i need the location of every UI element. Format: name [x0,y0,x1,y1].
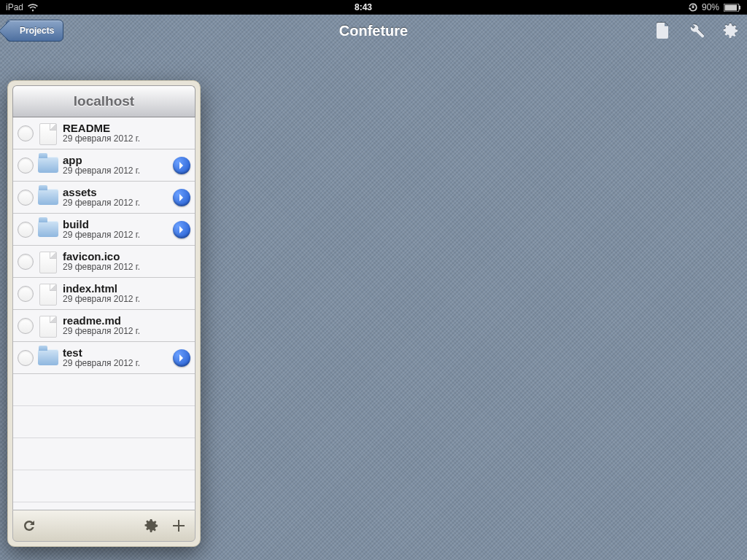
svg-rect-0 [692,6,694,8]
wifi-icon [28,4,38,12]
file-date: 29 февраля 2012 г. [63,359,169,368]
folder-icon [38,348,58,368]
file-name: README [63,122,190,134]
file-date: 29 февраля 2012 г. [63,134,190,144]
wrench-icon [689,23,705,39]
file-text: test29 февраля 2012 г. [63,347,169,368]
file-name: app [63,155,169,166]
file-text: app29 февраля 2012 г. [63,155,169,175]
lock-rotation-icon [689,3,697,12]
file-row[interactable]: build29 февраля 2012 г. [13,214,195,246]
file-name: index.html [63,283,190,295]
file-date: 29 февраля 2012 г. [63,198,169,208]
chevron-right-icon [178,193,185,202]
select-circle[interactable] [18,286,34,302]
file-icon [38,252,58,272]
empty-row [13,438,195,470]
select-circle[interactable] [18,254,34,270]
new-document-button[interactable] [654,21,673,40]
empty-row [13,470,195,502]
select-circle[interactable] [18,125,34,141]
settings-button[interactable] [721,21,740,40]
detail-disclosure-button[interactable] [173,349,190,367]
tools-button[interactable] [687,21,706,40]
add-button[interactable] [170,517,187,534]
device-label: iPad [6,2,23,12]
gear-icon [144,518,158,533]
refresh-button[interactable] [20,517,38,534]
chevron-right-icon [178,161,185,170]
refresh-icon [22,518,36,533]
file-text: readme.md29 февраля 2012 г. [63,315,190,335]
detail-disclosure-button[interactable] [173,157,190,174]
detail-disclosure-button[interactable] [173,189,190,206]
file-browser-popover: localhost README29 февраля 2012 г.app29 … [7,80,201,547]
file-row[interactable]: readme.md29 февраля 2012 г. [13,310,195,342]
file-date: 29 февраля 2012 г. [63,166,169,176]
file-row[interactable]: favicon.ico29 февраля 2012 г. [13,246,195,278]
file-name: test [63,347,169,359]
file-icon [38,123,58,144]
file-date: 29 февраля 2012 г. [63,262,190,272]
chevron-right-icon [178,225,185,234]
plus-icon [171,518,186,533]
document-icon [657,23,670,39]
svg-rect-2 [725,4,738,10]
file-text: index.html29 февраля 2012 г. [63,283,190,303]
svg-rect-3 [739,6,740,9]
folder-icon [38,187,58,208]
popover-title: localhost [12,85,196,117]
file-icon [38,316,58,336]
gear-icon [722,23,738,39]
clock: 8:43 [355,2,372,12]
battery-percent: 90% [702,2,719,12]
file-name: readme.md [63,315,190,327]
file-date: 29 февраля 2012 г. [63,230,169,240]
file-text: README29 февраля 2012 г. [63,122,190,143]
battery-icon [724,4,741,12]
file-date: 29 февраля 2012 г. [63,327,190,336]
file-row[interactable]: assets29 февраля 2012 г. [13,182,195,214]
page-title: Confeture [339,23,408,39]
navbar: Projects Confeture [0,15,747,47]
folder-icon [38,155,58,176]
select-circle[interactable] [18,350,34,366]
file-row[interactable]: index.html29 февраля 2012 г. [13,278,195,310]
select-circle[interactable] [18,318,34,334]
file-row[interactable]: app29 февраля 2012 г. [13,149,195,182]
file-list[interactable]: README29 февраля 2012 г.app29 февраля 20… [12,117,196,510]
file-text: build29 февраля 2012 г. [63,219,169,239]
select-circle[interactable] [18,190,34,206]
folder-icon [38,219,58,240]
projects-back-button[interactable]: Projects [6,20,63,42]
panel-settings-button[interactable] [142,517,160,534]
file-text: favicon.ico29 февраля 2012 г. [63,251,190,271]
select-circle[interactable] [18,158,34,174]
empty-row [13,406,195,438]
file-name: favicon.ico [63,251,190,262]
detail-disclosure-button[interactable] [173,221,190,238]
file-date: 29 февраля 2012 г. [63,295,190,304]
file-icon [38,284,58,304]
app-body: Projects Confeture localhost README29 фе… [0,15,747,560]
empty-row [13,374,195,406]
popover-toolbar [12,510,196,542]
file-name: assets [63,187,169,198]
ios-status-bar: iPad 8:43 90% [0,0,747,15]
select-circle[interactable] [18,222,34,238]
back-button-label: Projects [20,26,54,36]
file-row[interactable]: test29 февраля 2012 г. [13,342,195,374]
file-name: build [63,219,169,230]
file-text: assets29 февраля 2012 г. [63,187,169,207]
file-row[interactable]: README29 февраля 2012 г. [13,117,195,149]
chevron-right-icon [178,354,185,362]
